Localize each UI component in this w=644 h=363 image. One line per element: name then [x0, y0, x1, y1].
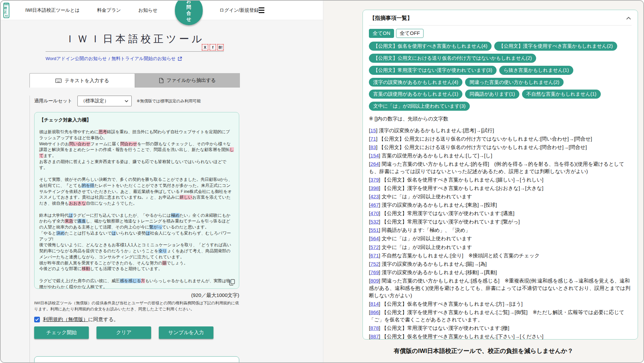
- text-input-panel: 適用ルールセット （標準設定） ※無償版では標準設定のみ利用可能 【チェック対象…: [29, 96, 240, 363]
- highlight-blue: は: [146, 231, 150, 236]
- agree-checkbox[interactable]: [34, 317, 40, 322]
- tab-label: テキストを入力する: [65, 77, 109, 84]
- category-badge-0[interactable]: 【公用文】仮名を使用すべき言葉かもしれません(4): [369, 42, 492, 51]
- tab-label: ファイルから抽出する: [167, 77, 216, 84]
- issue-item: [398] 【公用文】漢字を使用すべき言葉かもしれません:[おおきな]→[大きな…: [369, 185, 632, 192]
- login-link[interactable]: ログイン/新規登録: [219, 7, 259, 13]
- highlight-blue: 決め: [56, 231, 65, 236]
- all-off-button[interactable]: 全てOFF: [396, 29, 424, 38]
- issue-position-link[interactable]: 470: [370, 210, 379, 216]
- findings-title: 【指摘事項一覧】: [370, 15, 412, 22]
- site-logo[interactable]: IWI 校正 AI: [3, 3, 9, 18]
- issue-position-link[interactable]: 878: [370, 325, 379, 331]
- category-badge-6[interactable]: 間違った言葉の使い方かもしれません(2): [465, 78, 564, 87]
- all-on-button[interactable]: 全てON: [369, 29, 394, 38]
- highlight-pink: おおきな: [69, 201, 86, 206]
- issue-position-link[interactable]: 809: [370, 278, 379, 283]
- issue-position-link[interactable]: 379: [370, 177, 379, 183]
- issue-position-link[interactable]: 83: [370, 144, 376, 150]
- tab-file-extract[interactable]: ファイルから抽出する: [135, 73, 240, 88]
- editor-text: 彼は新規取引先を増やすために思考錯誤を重ね、担当外にも関わらず自社ウェブサイトを…: [39, 129, 234, 289]
- issue-item: [769] 漢字の誤変換があるかもしれません:[移動]→[異動]: [369, 269, 632, 276]
- announcement-links: Wordアドイン公開のお知らせ / 無料トライアル開始のお知らせ: [46, 56, 224, 62]
- chevron-up-icon[interactable]: [626, 17, 631, 20]
- issue-item: [551] 同義語があります:「極め」、「決め」: [369, 226, 632, 234]
- category-badge-3[interactable]: 【公用文】常用漢字ではない漢字が使われています(3): [369, 66, 497, 75]
- issue-position-link[interactable]: 398: [370, 185, 379, 191]
- category-badge-1[interactable]: 【公用文】漢字を使用すべき言葉かもしれません(2): [494, 42, 617, 51]
- logo-line: AI: [5, 14, 8, 18]
- position-note: ※ []内の数字は、先頭からの文字数: [369, 116, 632, 122]
- plain-text: フォームに届く: [90, 142, 120, 146]
- issue-position-link[interactable]: 467: [370, 202, 379, 208]
- issue-item: [71] 【公用文】公用文における送り仮名の付け方ではないかもしれません:[問い…: [369, 135, 632, 143]
- check-start-button[interactable]: チェック開始: [34, 326, 89, 339]
- issue-position-link[interactable]: 866: [370, 309, 379, 315]
- sample-button[interactable]: サンプルを入力: [159, 326, 213, 339]
- highlight-pink: 思考: [99, 129, 107, 134]
- issue-position-link[interactable]: 671: [370, 253, 379, 258]
- contact-button[interactable]: お問合せ: [175, 0, 203, 25]
- issue-text: ] 間違った言葉の使い方かもしれません:[的を得] (例:的を得る→的を射る、当…: [369, 161, 624, 174]
- issue-position-link[interactable]: 423: [370, 194, 379, 199]
- issue-position-link[interactable]: 71: [370, 136, 376, 142]
- issue-position-link[interactable]: 15: [370, 127, 376, 133]
- issue-text: ] 【公用文】常用漢字ではない漢字が使われています:[邁進]: [379, 210, 515, 216]
- issue-position-link[interactable]: 572: [370, 244, 379, 250]
- category-badge-4[interactable]: ら抜き言葉かもしれません(1): [499, 66, 573, 75]
- plain-text: たことは打ち込まないで: [65, 231, 112, 236]
- results-panel: 【指摘事項一覧】 全てON 全てOFF 【公用文】仮名を使用すべき言葉かもしれま…: [324, 1, 643, 362]
- tab-text-input[interactable]: テキストを入力する: [29, 73, 135, 88]
- issue-item: [887] 【公用文】仮名を使用すべき言葉かもしれません:[下さい]→[ください…: [369, 333, 632, 340]
- highlight-pink: 問い合わせ: [69, 142, 90, 146]
- category-badge-9[interactable]: 不自然な言葉かもしれません(1): [522, 90, 601, 99]
- issue-item: [83] 【公用文】公用文における送り仮名の付け方ではないかもしれません:[問合…: [369, 144, 632, 151]
- highlight-pink: 方: [141, 278, 145, 283]
- share-facebook-icon[interactable]: f: [209, 44, 216, 51]
- issue-position-link[interactable]: 564: [370, 236, 379, 241]
- app-window: IWI 校正 AI IWI日本語校正ツールとは料金プランお知らせ お問合せ ログ…: [0, 0, 644, 363]
- issue-text: ] 言葉の誤使用があるかもしれません:[して]→[し]: [379, 153, 492, 158]
- issue-text: ] 【公用文】公用文における送り仮名の付け方ではないかもしれません:[問合わせ]…: [376, 144, 587, 150]
- share-buttons: XfB!: [202, 44, 224, 51]
- category-badges: 【公用文】仮名を使用すべき言葉かもしれません(4)【公用文】漢字を使用すべき言葉…: [369, 42, 632, 111]
- category-badge-10[interactable]: 文中に「は」が2回以上使われています(3): [369, 102, 470, 111]
- issue-position-link[interactable]: 264: [370, 161, 379, 167]
- highlight-pink: 問合わせ: [120, 142, 137, 146]
- issue-position-link[interactable]: 532: [370, 219, 379, 224]
- logo-line: 校正: [4, 6, 9, 14]
- nav-item-0[interactable]: IWI日本語校正ツールとは: [25, 7, 80, 13]
- issue-position-link[interactable]: 752: [370, 261, 379, 267]
- nav-item-2[interactable]: お知らせ: [138, 7, 157, 13]
- menu-icon[interactable]: [259, 7, 264, 13]
- issue-position-link[interactable]: 154: [370, 153, 379, 158]
- agree-label: 利用規約（無償版）に同意する。: [43, 316, 119, 323]
- category-badge-5[interactable]: 漢字の誤変換があるかもしれません(4): [369, 78, 462, 87]
- issue-item: [866] 【公用文】漢字を使用すべき言葉かもしれません:[ご覧]→[御覧] ※…: [369, 309, 632, 323]
- issue-position-link[interactable]: 769: [370, 269, 379, 275]
- copy-icon[interactable]: [229, 279, 235, 286]
- nav-item-1[interactable]: 料金プラン: [97, 7, 121, 13]
- category-badge-8[interactable]: 同義語があります(1): [465, 90, 519, 99]
- issue-position-link[interactable]: 551: [370, 227, 379, 233]
- logo-line: IWI: [4, 3, 9, 6]
- issue-position-link[interactable]: 814: [370, 301, 379, 307]
- external-link-icon: [178, 57, 182, 61]
- share-x-icon[interactable]: X: [202, 44, 208, 51]
- share-hatena-icon[interactable]: B!: [217, 44, 224, 51]
- free-trial-link[interactable]: 無料トライアル開始のお知らせ: [112, 56, 176, 62]
- ruleset-select[interactable]: （標準設定）: [77, 96, 132, 106]
- category-badge-2[interactable]: 【公用文】公用文における送り仮名の付け方ではないかもしれません(2): [369, 54, 536, 63]
- issue-text: ] 漢字の誤変換があるかもしれません:[賜]→[為]: [379, 261, 487, 267]
- chevron-down-icon: [125, 100, 128, 102]
- terms-link[interactable]: 利用規約（無償版）: [43, 316, 88, 322]
- clear-button[interactable]: クリア: [96, 326, 151, 339]
- issue-position-link[interactable]: 887: [370, 333, 379, 339]
- check-input-area[interactable]: 【チェック対象入力欄】 彼は新規取引先を増やすために思考錯誤を重ね、担当外にも関…: [34, 112, 239, 289]
- category-badge-7[interactable]: 言葉の誤使用があるかもしれません(1): [369, 90, 462, 99]
- issue-item: [15] 漢字の誤変換があるかもしれません:[思考]→[試行]: [369, 127, 632, 134]
- plain-text: ます。 お客さまの期待に答えようと東奔西走する姿は、嫌でも応でも皆称賛しないでは…: [39, 153, 233, 188]
- word-addin-link[interactable]: Wordアドイン公開のお知らせ: [46, 56, 107, 62]
- issue-text: ] 文中に「は」が2回以上使われています: [379, 236, 472, 241]
- issue-item: [752] 漢字の誤変換があるかもしれません:[賜]→[為]: [369, 260, 632, 268]
